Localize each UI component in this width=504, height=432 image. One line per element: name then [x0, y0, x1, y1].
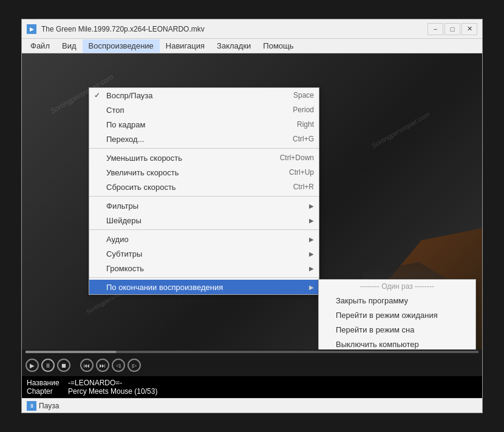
menu-entry-shaders[interactable]: Шейдеры ▶ [89, 213, 319, 228]
audio-label: Аудио [106, 235, 129, 244]
stop-button[interactable]: ⏹ [57, 359, 70, 372]
menu-entry-sleep[interactable]: Перейти в режим сна [319, 322, 475, 337]
menu-entry-subtitles[interactable]: Субтитры ▶ [89, 246, 319, 261]
menu-entry-play-pause[interactable]: ✓ Воспр/Пауза Space [89, 88, 319, 103]
play-pause-label: Воспр/Пауза [106, 91, 152, 100]
main-window: ▶ The Green Mile.1999.720p.x264-LEONARDO… [21, 19, 483, 413]
subtitles-arrow: ▶ [309, 251, 314, 257]
menu-playback[interactable]: Воспроизведение [83, 39, 160, 53]
frame-shortcut: Right [297, 120, 314, 129]
shaders-label: Шейдеры [106, 216, 141, 225]
separator-3 [89, 229, 319, 230]
shaders-arrow: ▶ [309, 217, 314, 224]
menu-navigate[interactable]: Навигация [160, 39, 211, 53]
status-bar: ⏸ Пауза [22, 398, 482, 413]
menu-entry-volume[interactable]: Громкость ▶ [89, 261, 319, 275]
once-label: -------- Один раз -------- [319, 280, 475, 293]
menu-file[interactable]: Файл [24, 39, 56, 53]
close-app-label: Закрыть программу [336, 296, 408, 305]
menu-entry-stop[interactable]: Стоп Period [89, 103, 319, 117]
after-play-label: По окончании воспроизведения [106, 283, 223, 292]
menu-entry-reset-speed[interactable]: Сбросить скорость Ctrl+R [89, 180, 319, 194]
menu-entry-shutdown[interactable]: Выключить компьютер [319, 337, 475, 349]
chapter-label: Chapter [27, 387, 63, 396]
decrease-speed-label: Уменьшить скорость [106, 154, 182, 163]
playback-dropdown[interactable]: ✓ Воспр/Пауза Space Стоп Period По кадра… [89, 87, 319, 295]
menu-entry-increase-speed[interactable]: Увеличить скорость Ctrl+Up [89, 165, 319, 180]
maximize-button[interactable]: □ [444, 23, 460, 35]
menu-help[interactable]: Помощь [257, 39, 299, 53]
separator-2 [89, 196, 319, 197]
progress-fill [26, 351, 116, 353]
name-row: Название -=LEONARDO=- [27, 379, 477, 387]
standby-label: Перейти в режим ожидания [336, 311, 438, 320]
filters-label: Фильтры [106, 201, 138, 211]
goto-label: Переход... [106, 135, 144, 144]
menu-view[interactable]: Вид [56, 39, 83, 53]
check-icon: ✓ [94, 91, 100, 100]
app-icon: ▶ [27, 24, 36, 34]
play-button[interactable]: ▶ [26, 359, 39, 372]
video-area: Sortingpersrepair.com Sortingpersrepair.… [22, 53, 482, 349]
menu-entry-standby[interactable]: Перейти в режим ожидания [319, 308, 475, 322]
prev-button[interactable]: ⏮ [80, 359, 94, 372]
stop-shortcut: Period [293, 106, 314, 114]
info-bar: Название -=LEONARDO=- Chapter Percy Meet… [22, 376, 482, 398]
separator-1 [89, 148, 319, 149]
frame-label: По кадрам [106, 120, 145, 129]
pause-button[interactable]: ⏸ [41, 359, 55, 372]
chapter-row: Chapter Percy Meets Mouse (10/53) [27, 387, 477, 396]
close-button[interactable]: ✕ [461, 23, 477, 35]
menu-entry-after-play[interactable]: По окончании воспроизведения ▶ [89, 280, 319, 294]
goto-shortcut: Ctrl+G [293, 135, 314, 143]
play-pause-shortcut: Space [293, 91, 314, 100]
filters-arrow: ▶ [309, 203, 314, 209]
menu-bar: Файл Вид Воспроизведение Навигация Закла… [22, 39, 482, 53]
increase-speed-label: Увеличить скорость [106, 168, 179, 177]
volume-arrow: ▶ [309, 265, 314, 272]
subtitles-label: Субтитры [106, 249, 142, 258]
title-bar: ▶ The Green Mile.1999.720p.x264-LEONARDO… [22, 19, 482, 39]
progress-bar-container[interactable] [22, 349, 482, 354]
reset-speed-shortcut: Ctrl+R [293, 183, 314, 191]
window-controls: − □ ✕ [427, 23, 477, 35]
name-value: -=LEONARDO=- [68, 379, 122, 387]
reset-speed-label: Сбросить скорость [106, 183, 176, 192]
status-text: Пауза [39, 402, 59, 410]
name-label: Название [27, 379, 63, 387]
watermark-2: Sortingpersrepair.com [370, 110, 431, 149]
after-play-arrow: ▶ [309, 284, 314, 291]
decrease-speed-shortcut: Ctrl+Down [280, 154, 314, 162]
window-title: The Green Mile.1999.720p.x264-LEONARDO.m… [41, 25, 427, 33]
chapter-value: Percy Meets Mouse (10/53) [68, 387, 157, 396]
after-play-submenu[interactable]: -------- Один раз -------- Закрыть прогр… [318, 279, 476, 349]
menu-bookmarks[interactable]: Закладки [211, 39, 257, 53]
controls-bar: ▶ ⏸ ⏹ ⏮ ⏭ ◁| |▷ [22, 354, 482, 376]
minimize-button[interactable]: − [427, 23, 443, 35]
increase-speed-shortcut: Ctrl+Up [289, 168, 314, 177]
shutdown-label: Выключить компьютер [336, 340, 419, 349]
sleep-label: Перейти в режим сна [336, 325, 414, 334]
menu-entry-filters[interactable]: Фильтры ▶ [89, 198, 319, 213]
separator-4 [89, 277, 319, 278]
next-button[interactable]: ⏭ [96, 359, 109, 372]
menu-entry-close-app[interactable]: Закрыть программу [319, 293, 475, 308]
menu-entry-frame[interactable]: По кадрам Right [89, 117, 319, 132]
audio-arrow: ▶ [309, 236, 314, 243]
frame-back-button[interactable]: ◁| [112, 359, 125, 372]
menu-entry-decrease-speed[interactable]: Уменьшить скорость Ctrl+Down [89, 150, 319, 165]
frame-forward-button[interactable]: |▷ [128, 359, 141, 372]
menu-entry-audio[interactable]: Аудио ▶ [89, 232, 319, 246]
status-icon: ⏸ [27, 401, 36, 411]
menu-entry-goto[interactable]: Переход... Ctrl+G [89, 132, 319, 146]
progress-track[interactable] [26, 351, 478, 353]
volume-label: Громкость [106, 264, 144, 273]
stop-label: Стоп [106, 106, 124, 115]
